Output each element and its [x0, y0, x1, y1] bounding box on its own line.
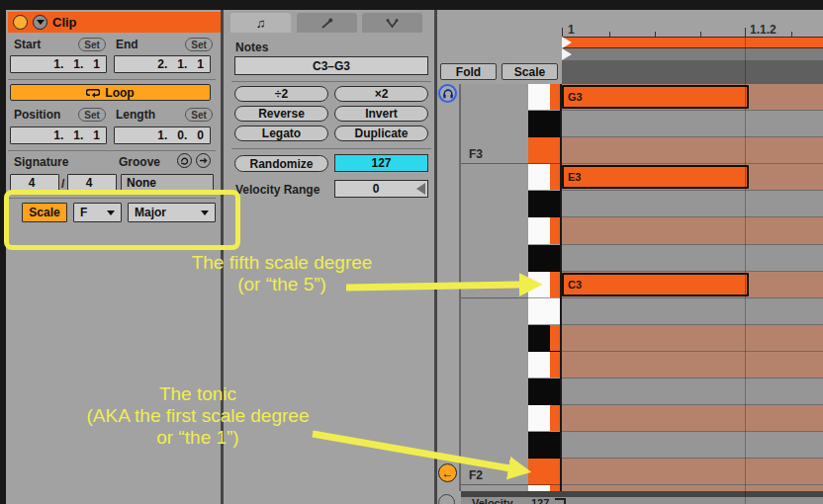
annotation-fifth-line1: The fifth scale degree [163, 252, 401, 274]
piano-key-fs2[interactable] [528, 432, 560, 459]
headphone-icon [442, 88, 454, 99]
piano-key-f2[interactable] [528, 459, 560, 485]
randomize-button[interactable]: Randomize [234, 155, 328, 172]
key-label-area-a2 [461, 352, 528, 378]
position-set-button[interactable]: Set [78, 108, 106, 122]
tab-notes[interactable]: ♫ [230, 13, 291, 33]
in-scale-stripe [550, 84, 560, 110]
loop-bar[interactable] [562, 37, 823, 48]
ruler-tick [745, 28, 746, 37]
piano-key-c3[interactable] [528, 272, 560, 298]
clip-start-field[interactable]: 1. 1. 1 [10, 55, 107, 73]
loop-toggle-button[interactable]: Loop [10, 84, 211, 101]
piano-key-d3[interactable] [528, 217, 560, 244]
key-label-area-ds3 [461, 191, 528, 217]
velocity-label: Velocity [472, 497, 513, 504]
piano-row-fs3 [461, 111, 823, 137]
clip-start-marker[interactable] [562, 48, 572, 60]
legato-button[interactable]: Legato [234, 126, 328, 141]
clip-position-field[interactable]: 1. 1. 1 [10, 126, 107, 144]
key-label-area-d3 [461, 217, 528, 244]
double-time-button[interactable]: ×2 [334, 86, 428, 102]
velocity-lane-button[interactable] [438, 494, 455, 504]
clip-length-field[interactable]: 1. 0. 0 [114, 126, 211, 144]
velocity-bracket [555, 498, 566, 504]
grid-row-b2[interactable] [562, 298, 823, 325]
preview-headphone-button[interactable] [438, 84, 457, 103]
annotation-tonic-line3: or “the 1”) [74, 427, 321, 449]
key-label-area-g2 [461, 405, 528, 432]
divider [231, 148, 431, 149]
length-set-button[interactable]: Set [185, 108, 213, 122]
invert-button[interactable]: Invert [334, 106, 428, 122]
piano-key-b2[interactable] [528, 298, 560, 325]
annotation-tonic: The tonic (AKA the first scale degree or… [74, 383, 321, 449]
grid-row-fs3[interactable] [562, 111, 823, 137]
clip-panel-title: Clip [52, 15, 77, 30]
grid-row-f2[interactable] [562, 459, 823, 485]
octave-label-f3: F3 [469, 147, 483, 161]
velocity-value: 127 [531, 497, 549, 504]
groove-label: Groove [119, 155, 160, 169]
piano-key-cs3[interactable] [528, 245, 560, 272]
scale-highlight-button[interactable]: Scale [502, 63, 558, 80]
groove-apply-icon[interactable] [196, 153, 211, 168]
piano-key-gs2[interactable] [528, 378, 560, 405]
tab-envelopes[interactable] [297, 13, 357, 33]
grid-row-g2[interactable] [562, 405, 823, 432]
annotation-fifth-line2: (or “the 5”) [163, 274, 401, 295]
grid-row-gs2[interactable] [562, 378, 823, 405]
clip-end-field[interactable]: 2. 1. 1 [114, 55, 211, 73]
midi-note-e3[interactable]: E3 [562, 165, 749, 189]
lane-arrow-button[interactable]: ← [438, 463, 457, 482]
piano-key-as2[interactable] [528, 325, 560, 352]
octave-label-f2: F2 [469, 468, 483, 482]
grid-row-a2[interactable] [562, 352, 823, 378]
piano-key-f3[interactable] [528, 137, 560, 164]
piano-row-f2: F2 [461, 459, 823, 485]
key-label-area-as2 [461, 325, 528, 352]
loop-start-marker[interactable] [562, 37, 572, 48]
grid-row-fs2[interactable] [562, 432, 823, 459]
piano-key-g3[interactable] [528, 84, 560, 111]
grid-row-as2[interactable] [562, 325, 823, 352]
velocity-range-field[interactable]: 0 [334, 180, 428, 198]
piano-key-fs3[interactable] [528, 111, 560, 137]
end-set-button[interactable]: Set [185, 38, 213, 51]
velocity-lane[interactable]: Velocity 127 [461, 497, 823, 504]
duplicate-button[interactable]: Duplicate [334, 126, 428, 141]
note-range-field[interactable]: C3–G3 [234, 56, 428, 75]
chevron-down-icon [37, 20, 45, 25]
divider [231, 81, 431, 82]
envelope-icon [320, 16, 334, 31]
tab-expression[interactable] [362, 13, 422, 33]
piano-key-g2[interactable] [528, 405, 560, 432]
in-scale-stripe [550, 164, 560, 190]
groove-commit-icon[interactable] [177, 153, 192, 168]
halve-time-button[interactable]: ÷2 [234, 86, 328, 102]
fold-button[interactable]: Fold [440, 63, 497, 80]
midi-note-label: E3 [564, 171, 581, 183]
grid-row-f3[interactable] [562, 137, 823, 164]
grid-row-ds3[interactable] [562, 191, 823, 217]
grid-row-e3[interactable]: E3 [562, 164, 823, 191]
beat-ruler[interactable]: 11.1.2 [562, 10, 823, 37]
piano-key-a2[interactable] [528, 352, 560, 378]
grid-row-cs3[interactable] [562, 245, 823, 272]
clip-fold-button[interactable] [33, 15, 47, 30]
midi-note-g3[interactable]: G3 [562, 85, 749, 109]
midi-note-c3[interactable]: C3 [562, 273, 749, 296]
piano-key-e3[interactable] [528, 164, 560, 191]
grid-row-g3[interactable]: G3 [562, 84, 823, 111]
start-set-button[interactable]: Set [78, 38, 106, 51]
clip-activator-led[interactable] [13, 15, 28, 30]
randomize-velocity-field[interactable]: 127 [334, 154, 428, 172]
piano-row-cs3 [461, 245, 823, 272]
piano-key-ds3[interactable] [528, 191, 560, 217]
divider [8, 150, 216, 151]
piano-row-ds3 [461, 191, 823, 217]
grid-row-d3[interactable] [562, 217, 823, 244]
grid-row-c3[interactable]: C3 [562, 272, 823, 298]
reverse-button[interactable]: Reverse [234, 106, 328, 122]
key-label-area-f3: F3 [461, 137, 528, 164]
